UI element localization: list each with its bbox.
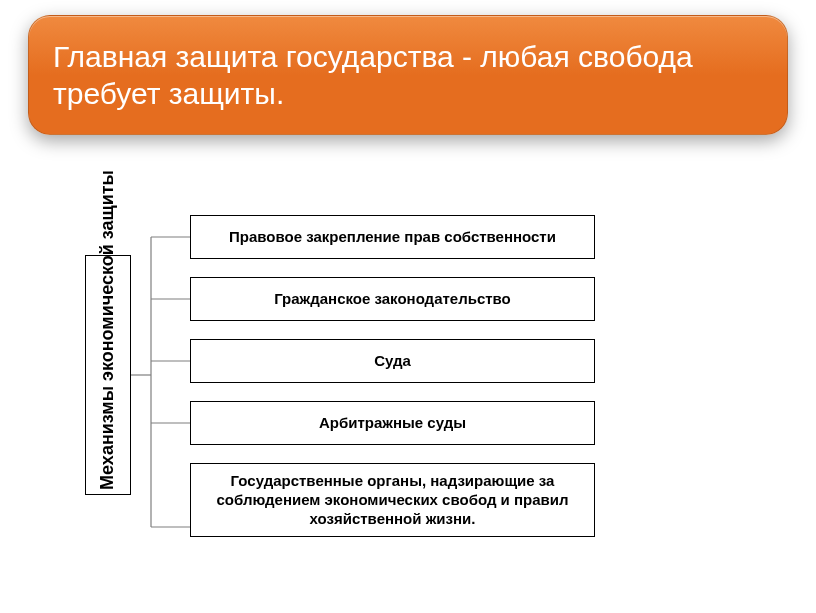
connector-lines bbox=[131, 215, 190, 575]
child-node-3: Суда bbox=[190, 339, 595, 383]
child-node-2: Гражданское законодательство bbox=[190, 277, 595, 321]
child-label: Суда bbox=[374, 352, 411, 371]
root-node: Механизмы экономической защиты bbox=[85, 255, 131, 495]
child-label: Правовое закрепление прав собственности bbox=[229, 228, 556, 247]
child-node-5: Государственные органы, надзирающие за с… bbox=[190, 463, 595, 537]
title-text: Главная защита государства - любая свобо… bbox=[53, 38, 763, 113]
title-banner: Главная защита государства - любая свобо… bbox=[28, 15, 788, 135]
children-column: Правовое закрепление прав собственности … bbox=[190, 215, 595, 537]
hierarchy-diagram: Механизмы экономической защиты Правовое … bbox=[85, 215, 605, 575]
child-label: Государственные органы, надзирающие за с… bbox=[205, 472, 580, 528]
child-node-4: Арбитражные суды bbox=[190, 401, 595, 445]
child-label: Арбитражные суды bbox=[319, 414, 466, 433]
child-node-1: Правовое закрепление прав собственности bbox=[190, 215, 595, 259]
root-label: Механизмы экономической защиты bbox=[98, 260, 118, 490]
child-label: Гражданское законодательство bbox=[274, 290, 511, 309]
